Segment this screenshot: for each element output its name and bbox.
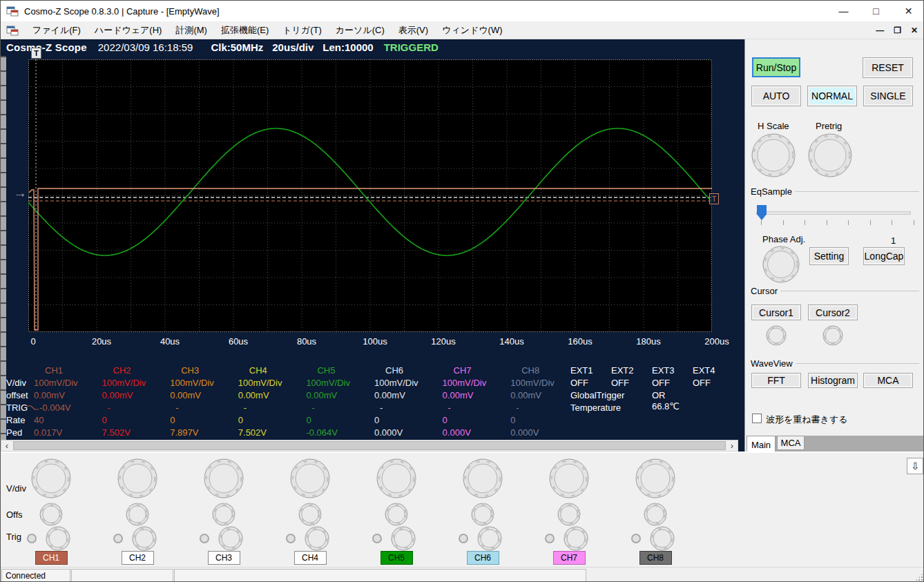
- pretrig-knob[interactable]: [808, 133, 852, 180]
- horizontal-scrollbar[interactable]: ‹ ›: [1, 440, 738, 452]
- channel-select-button[interactable]: CH4: [294, 551, 327, 565]
- menu-item-7[interactable]: 表示(V): [392, 21, 435, 39]
- vdiv-knob[interactable]: [204, 458, 244, 501]
- channel-name: CH5: [317, 365, 335, 376]
- trigger-knob[interactable]: [650, 526, 675, 554]
- histogram-button[interactable]: Histogram: [808, 373, 858, 388]
- eqsample-slider-track[interactable]: [756, 211, 911, 215]
- offset-knob[interactable]: [39, 503, 63, 529]
- overlay-waveform-checkbox-label: 波形を重ね書きする: [766, 414, 848, 426]
- mca-button[interactable]: MCA: [863, 373, 913, 388]
- channel-rate: 40: [34, 415, 44, 425]
- offset-knob[interactable]: [298, 503, 322, 529]
- mdi-restore-icon[interactable]: ❐: [894, 26, 901, 35]
- channel-select-button[interactable]: CH8: [639, 551, 672, 565]
- vdiv-knob[interactable]: [463, 458, 503, 501]
- channel-offset: 0.00mV: [238, 390, 269, 400]
- tab-strip: Main MCA: [747, 436, 924, 453]
- zero-level-arrow-icon[interactable]: →: [13, 186, 27, 200]
- offset-knob[interactable]: [126, 503, 149, 529]
- trigger-level-marker[interactable]: T: [709, 193, 719, 204]
- maximize-icon[interactable]: □: [860, 1, 892, 21]
- fft-button[interactable]: FFT: [751, 373, 801, 388]
- menu-item-6[interactable]: カーソル(C): [329, 21, 392, 39]
- minimize-icon[interactable]: —: [827, 1, 860, 21]
- vdiv-knob[interactable]: [635, 458, 675, 501]
- channel-select-button[interactable]: CH7: [553, 551, 586, 565]
- cursor1-button[interactable]: Cursor1: [751, 304, 801, 320]
- channel-rate: 0: [102, 415, 107, 425]
- channel-vdiv: 100mV/Div: [170, 378, 214, 388]
- ext-trigger-value: OFF: [611, 378, 629, 388]
- status-segment-2: [71, 569, 173, 582]
- channel-readout-table: V/divoffsetTRIGRatePedCH1100mV/Div0.00mV…: [1, 362, 745, 440]
- trigger-knob[interactable]: [46, 526, 70, 554]
- channel-select-button[interactable]: CH1: [35, 551, 68, 565]
- waveview-group-label: WaveView: [751, 358, 796, 369]
- trigger-knob[interactable]: [132, 526, 157, 554]
- scroll-right-icon[interactable]: ›: [726, 440, 738, 451]
- channel-trig: -0.004V: [34, 402, 71, 413]
- trigger-knob[interactable]: [477, 526, 502, 554]
- setting-button[interactable]: Setting: [809, 247, 849, 265]
- normal-button[interactable]: NORMAL: [807, 86, 857, 106]
- overlay-waveform-checkbox[interactable]: [752, 414, 762, 423]
- vdiv-knob[interactable]: [376, 458, 416, 501]
- mdi-minimize-icon[interactable]: —: [876, 26, 884, 35]
- auto-button[interactable]: AUTO: [751, 86, 801, 106]
- cursor2-knob[interactable]: [822, 325, 843, 348]
- longcap-button[interactable]: LongCap: [863, 247, 905, 265]
- phase-adj-knob[interactable]: [762, 246, 800, 285]
- vdiv-knob[interactable]: [290, 458, 330, 501]
- channel-ped: 0.000V: [443, 427, 471, 438]
- eqsample-slider-thumb[interactable]: [757, 205, 767, 220]
- tab-main[interactable]: Main: [747, 436, 776, 453]
- resize-grip[interactable]: [915, 573, 923, 581]
- menu-item-1[interactable]: ファイル(F): [26, 21, 88, 39]
- reset-button[interactable]: RESET: [863, 57, 913, 78]
- vdiv-knob[interactable]: [549, 458, 589, 501]
- panel-dropdown-button[interactable]: ⇩: [907, 458, 923, 474]
- waveform-plot[interactable]: [28, 59, 712, 332]
- cursor1-knob[interactable]: [766, 325, 787, 348]
- scrollbar-thumb[interactable]: [13, 441, 726, 450]
- menu-item-2[interactable]: ハードウェア(H): [88, 21, 169, 39]
- run-stop-button[interactable]: Run/Stop: [752, 57, 800, 77]
- menu-item-4[interactable]: 拡張機能(E): [214, 21, 276, 39]
- scroll-left-icon[interactable]: ‹: [1, 440, 12, 451]
- channel-vdiv: 100mV/Div: [34, 378, 78, 388]
- channel-select-button[interactable]: CH2: [122, 551, 154, 565]
- channel-name: CH2: [113, 365, 131, 376]
- channel-select-button[interactable]: CH3: [208, 551, 240, 565]
- single-button[interactable]: SINGLE: [863, 86, 913, 106]
- offset-knob[interactable]: [385, 503, 408, 529]
- h-scale-knob[interactable]: [751, 133, 796, 180]
- trigger-knob[interactable]: [218, 526, 243, 554]
- menu-item-5[interactable]: トリガ(T): [276, 21, 329, 39]
- trigger-knob[interactable]: [305, 526, 329, 554]
- temperature-value: 66.8℃: [652, 401, 680, 411]
- offset-knob[interactable]: [212, 503, 235, 529]
- menu-item-3[interactable]: 計測(M): [169, 21, 214, 39]
- x-tick-label: 100us: [363, 336, 387, 347]
- cursor2-button[interactable]: Cursor2: [808, 304, 858, 320]
- x-tick-label: 80us: [297, 336, 316, 347]
- tab-mca[interactable]: MCA: [777, 436, 805, 450]
- offset-knob[interactable]: [557, 503, 581, 529]
- mdi-close-icon[interactable]: ✕: [911, 26, 918, 35]
- offset-knob[interactable]: [644, 503, 667, 529]
- offset-knob[interactable]: [471, 503, 494, 529]
- trigger-knob[interactable]: [564, 526, 588, 554]
- close-icon[interactable]: ✕: [892, 1, 924, 21]
- trigger-time-marker[interactable]: T: [31, 48, 41, 59]
- channel-cluster-ch4: CH4: [267, 453, 354, 568]
- channel-select-button[interactable]: CH6: [467, 551, 499, 565]
- channel-select-button[interactable]: CH5: [381, 551, 413, 565]
- vdiv-knob[interactable]: [117, 458, 157, 501]
- clock-rate: Clk:50MHz: [211, 41, 263, 53]
- trigger-knob[interactable]: [391, 526, 416, 554]
- channel-rate: 0: [238, 415, 243, 425]
- menu-item-8[interactable]: ウィンドウ(W): [435, 21, 509, 39]
- channel-vdiv: 100mV/Div: [306, 378, 350, 388]
- vdiv-knob[interactable]: [31, 458, 71, 501]
